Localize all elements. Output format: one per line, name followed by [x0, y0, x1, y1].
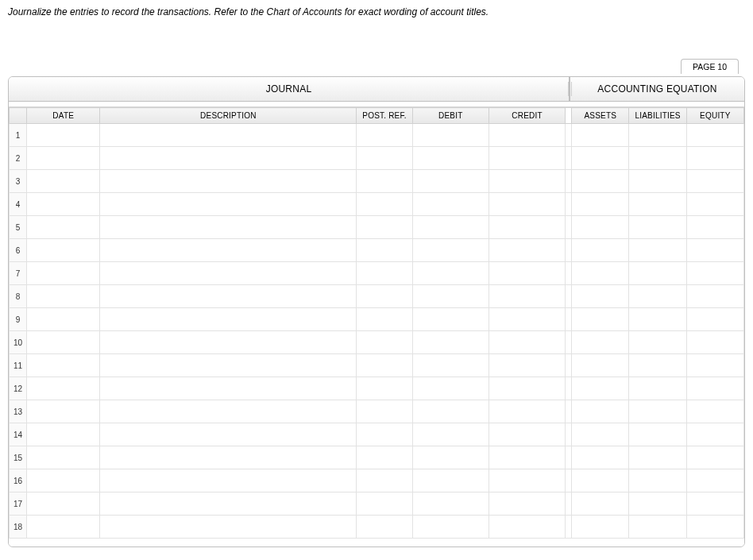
- cell-liabilities[interactable]: [629, 216, 686, 239]
- cell-debit[interactable]: [412, 124, 488, 147]
- cell-description[interactable]: [100, 124, 357, 147]
- cell-credit[interactable]: [488, 354, 565, 377]
- cell-debit[interactable]: [412, 193, 488, 216]
- cell-post-ref[interactable]: [357, 516, 412, 539]
- cell-debit[interactable]: [412, 262, 488, 285]
- cell-credit[interactable]: [488, 239, 565, 262]
- cell-description[interactable]: [100, 331, 357, 354]
- cell-liabilities[interactable]: [629, 124, 686, 147]
- cell-debit[interactable]: [412, 285, 488, 308]
- cell-debit[interactable]: [412, 469, 488, 492]
- cell-post-ref[interactable]: [357, 193, 412, 216]
- cell-assets[interactable]: [572, 239, 629, 262]
- cell-post-ref[interactable]: [357, 469, 412, 492]
- cell-post-ref[interactable]: [357, 354, 412, 377]
- cell-assets[interactable]: [572, 124, 629, 147]
- cell-debit[interactable]: [412, 216, 488, 239]
- cell-date[interactable]: [27, 216, 100, 239]
- cell-assets[interactable]: [572, 193, 629, 216]
- cell-description[interactable]: [100, 170, 357, 193]
- cell-date[interactable]: [27, 262, 100, 285]
- cell-credit[interactable]: [488, 446, 565, 469]
- cell-description[interactable]: [100, 354, 357, 377]
- cell-liabilities[interactable]: [629, 400, 686, 423]
- cell-credit[interactable]: [488, 400, 565, 423]
- cell-credit[interactable]: [488, 216, 565, 239]
- cell-debit[interactable]: [412, 170, 488, 193]
- cell-assets[interactable]: [572, 492, 629, 516]
- cell-date[interactable]: [27, 170, 100, 193]
- cell-description[interactable]: [100, 377, 357, 400]
- cell-assets[interactable]: [572, 331, 629, 354]
- cell-liabilities[interactable]: [629, 469, 686, 492]
- cell-liabilities[interactable]: [629, 331, 686, 354]
- cell-description[interactable]: [100, 216, 357, 239]
- cell-description[interactable]: [100, 239, 357, 262]
- cell-credit[interactable]: [488, 124, 565, 147]
- cell-equity[interactable]: [686, 423, 743, 446]
- cell-date[interactable]: [27, 400, 100, 423]
- cell-description[interactable]: [100, 400, 357, 423]
- cell-liabilities[interactable]: [629, 262, 686, 285]
- cell-debit[interactable]: [412, 147, 488, 170]
- cell-post-ref[interactable]: [357, 308, 412, 331]
- cell-equity[interactable]: [686, 239, 743, 262]
- cell-post-ref[interactable]: [357, 147, 412, 170]
- cell-credit[interactable]: [488, 193, 565, 216]
- cell-liabilities[interactable]: [629, 446, 686, 469]
- cell-post-ref[interactable]: [357, 285, 412, 308]
- cell-date[interactable]: [27, 377, 100, 400]
- cell-equity[interactable]: [686, 308, 743, 331]
- cell-liabilities[interactable]: [629, 147, 686, 170]
- cell-equity[interactable]: [686, 469, 743, 492]
- cell-post-ref[interactable]: [357, 124, 412, 147]
- cell-assets[interactable]: [572, 469, 629, 492]
- cell-description[interactable]: [100, 516, 357, 539]
- cell-description[interactable]: [100, 492, 357, 516]
- cell-credit[interactable]: [488, 423, 565, 446]
- cell-equity[interactable]: [686, 354, 743, 377]
- cell-assets[interactable]: [572, 516, 629, 539]
- cell-equity[interactable]: [686, 492, 743, 516]
- cell-post-ref[interactable]: [357, 492, 412, 516]
- cell-date[interactable]: [27, 193, 100, 216]
- cell-assets[interactable]: [572, 308, 629, 331]
- cell-liabilities[interactable]: [629, 193, 686, 216]
- cell-credit[interactable]: [488, 516, 565, 539]
- cell-credit[interactable]: [488, 285, 565, 308]
- cell-credit[interactable]: [488, 262, 565, 285]
- cell-debit[interactable]: [412, 516, 488, 539]
- cell-liabilities[interactable]: [629, 423, 686, 446]
- cell-debit[interactable]: [412, 492, 488, 516]
- cell-date[interactable]: [27, 285, 100, 308]
- cell-liabilities[interactable]: [629, 516, 686, 539]
- cell-date[interactable]: [27, 124, 100, 147]
- cell-debit[interactable]: [412, 239, 488, 262]
- cell-debit[interactable]: [412, 377, 488, 400]
- cell-credit[interactable]: [488, 492, 565, 516]
- cell-assets[interactable]: [572, 354, 629, 377]
- cell-equity[interactable]: [686, 216, 743, 239]
- cell-date[interactable]: [27, 147, 100, 170]
- cell-post-ref[interactable]: [357, 446, 412, 469]
- cell-equity[interactable]: [686, 331, 743, 354]
- cell-date[interactable]: [27, 516, 100, 539]
- cell-post-ref[interactable]: [357, 239, 412, 262]
- cell-liabilities[interactable]: [629, 377, 686, 400]
- cell-description[interactable]: [100, 193, 357, 216]
- cell-debit[interactable]: [412, 400, 488, 423]
- cell-description[interactable]: [100, 423, 357, 446]
- cell-assets[interactable]: [572, 446, 629, 469]
- cell-post-ref[interactable]: [357, 262, 412, 285]
- cell-equity[interactable]: [686, 170, 743, 193]
- cell-equity[interactable]: [686, 262, 743, 285]
- cell-equity[interactable]: [686, 446, 743, 469]
- cell-liabilities[interactable]: [629, 285, 686, 308]
- cell-date[interactable]: [27, 331, 100, 354]
- cell-debit[interactable]: [412, 331, 488, 354]
- cell-description[interactable]: [100, 262, 357, 285]
- cell-description[interactable]: [100, 308, 357, 331]
- cell-assets[interactable]: [572, 377, 629, 400]
- cell-date[interactable]: [27, 308, 100, 331]
- cell-date[interactable]: [27, 423, 100, 446]
